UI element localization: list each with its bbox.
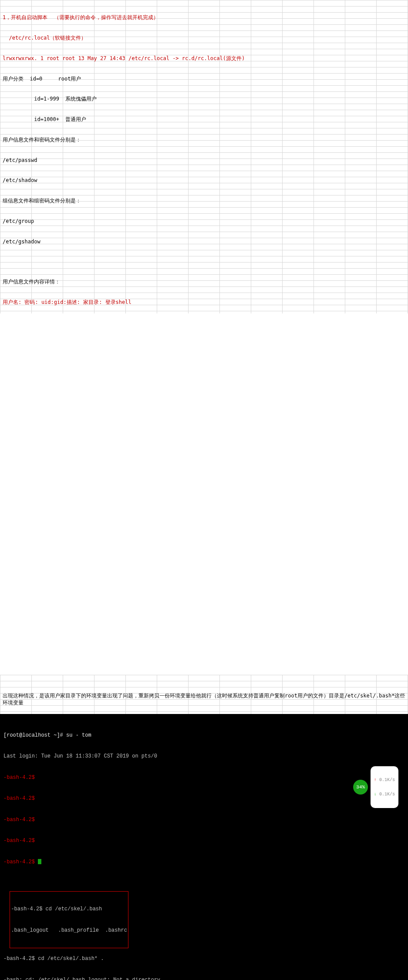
term-line: -bash-4.2$ cd /etc/skel/.bash <box>11 906 127 913</box>
cat-line: id=1000+ 普通用户 <box>3 116 405 123</box>
term-line: -bash-4.2$ <box>3 859 405 865</box>
doc-top-grid: 1，开机自启动脚本 （需要执行的命令，操作写进去就开机完成） /etc/rc.l… <box>0 0 408 313</box>
network-widget[interactable]: 34% 0.1K/s 0.1K/s <box>353 766 398 808</box>
term-line: -bash-4.2$ <box>3 816 405 823</box>
cat-line: 用户信息文件和密码文件分别是： <box>3 137 405 144</box>
term-line: .bash_logout .bash_profile .bashrc <box>11 927 127 934</box>
upload-rate: 0.1K/s <box>374 778 395 782</box>
intro-line: /etc/rc.local（软链接文件） <box>3 35 405 42</box>
passwd-listing <box>0 313 408 675</box>
highlight-box: -bash-4.2$ cd /etc/skel/.bash .bash_logo… <box>10 891 128 949</box>
download-rate: 0.1K/s <box>374 792 395 797</box>
intro-line: lrwxrwxrwx. 1 root root 13 May 27 14:43 … <box>3 55 405 62</box>
term-line: -bash: cd: /etc/skel/.bash_logout: Not a… <box>3 977 405 980</box>
term-line: -bash-4.2$ cd /etc/skel/.bash* . <box>3 955 405 962</box>
cat-line: /etc/gshadow <box>3 239 405 246</box>
note-block: 出现这种情况，是该用户家目录下的环境变量出现了问题，重新拷贝一份环境变量给他就行… <box>0 675 408 714</box>
speed-circle-icon: 34% <box>353 780 368 795</box>
cat-line: /etc/shadow <box>3 177 405 184</box>
term-line: -bash-4.2$ <box>3 774 405 781</box>
cat-line: 组信息文件和组密码文件分别是： <box>3 198 405 205</box>
terminal[interactable]: [root@localhost ~]# su - tom Last login:… <box>0 714 408 980</box>
term-line: Last login: Tue Jun 18 11:33:07 CST 2019… <box>3 753 405 760</box>
cat-line: /etc/passwd <box>3 157 405 164</box>
passwd-header: 用户名: 密码: uid:gid:描述: 家目录: 登录shell <box>3 299 405 306</box>
term-line: -bash-4.2$ <box>3 795 405 802</box>
cursor-icon <box>38 859 41 864</box>
intro-line: 1，开机自启动脚本 （需要执行的命令，操作写进去就开机完成） <box>3 14 405 21</box>
env-note: 出现这种情况，是该用户家目录下的环境变量出现了问题，重新拷贝一份环境变量给他就行… <box>3 693 405 706</box>
term-line: [root@localhost ~]# su - tom <box>3 732 405 739</box>
cat-line: 用户信息文件内容详情： <box>3 279 405 286</box>
net-rate: 0.1K/s 0.1K/s <box>371 766 398 808</box>
cat-line: id=1-999 系统傀儡用户 <box>3 96 405 103</box>
term-line: -bash-4.2$ <box>3 837 405 844</box>
cat-line: 用户分类 id=0 root用户 <box>3 76 405 83</box>
cat-line: /etc/group <box>3 218 405 225</box>
